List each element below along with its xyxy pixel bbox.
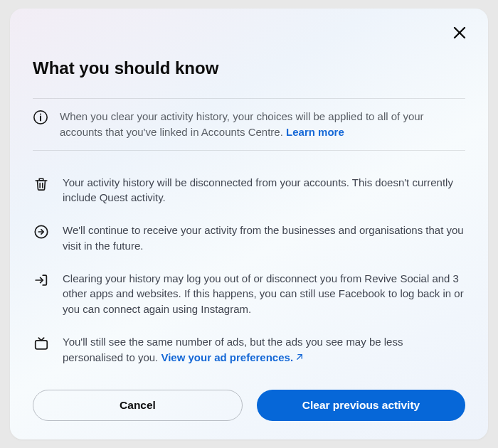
list-item: We'll continue to receive your activity … <box>33 223 465 254</box>
list-item: Clearing your history may log you out of… <box>33 271 465 317</box>
tv-icon <box>33 335 50 352</box>
list-item-text: Clearing your history may log you out of… <box>63 271 465 317</box>
clear-previous-activity-button[interactable]: Clear previous activity <box>257 390 465 421</box>
info-icon <box>33 110 48 125</box>
list-item-text: Your activity history will be disconnect… <box>63 175 465 206</box>
external-link-icon <box>295 351 304 366</box>
footer-actions: Cancel Clear previous activity <box>33 390 465 421</box>
close-icon <box>452 26 467 40</box>
ad-preferences-link[interactable]: View your ad preferences. <box>161 351 304 363</box>
list-item: Your activity history will be disconnect… <box>33 175 465 206</box>
list-item-text: You'll still see the same number of ads,… <box>63 334 465 366</box>
info-banner: When you clear your activity history, yo… <box>33 98 465 151</box>
svg-point-4 <box>40 114 41 115</box>
close-button[interactable] <box>450 23 470 43</box>
info-text-body: When you clear your activity history, yo… <box>60 110 424 138</box>
list-item: You'll still see the same number of ads,… <box>33 334 465 366</box>
info-list: Your activity history will be disconnect… <box>33 175 465 378</box>
page-title: What you should know <box>33 58 465 78</box>
list-item-text: We'll continue to receive your activity … <box>63 223 465 254</box>
learn-more-link[interactable]: Learn more <box>286 126 344 138</box>
modal-what-you-should-know: What you should know When you clear your… <box>10 9 488 439</box>
svg-line-11 <box>297 354 302 359</box>
svg-rect-10 <box>36 341 48 349</box>
arrow-circle-right-icon <box>33 223 50 240</box>
info-text: When you clear your activity history, yo… <box>60 109 465 140</box>
trash-icon <box>33 176 50 193</box>
cancel-button[interactable]: Cancel <box>33 390 243 421</box>
logout-icon <box>33 272 50 289</box>
